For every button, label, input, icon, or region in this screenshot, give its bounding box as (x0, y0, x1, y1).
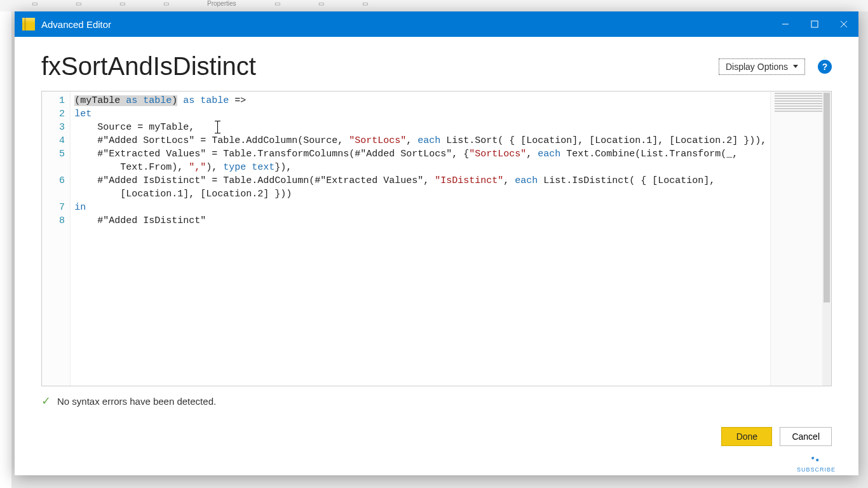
background-ribbon: ▭▭▭▭Properties▭▭▭ (0, 0, 868, 11)
window-controls (771, 11, 858, 37)
status-message: No syntax errors have been detected. (57, 396, 216, 407)
status-row: ✓ No syntax errors have been detected. (41, 394, 832, 408)
window-title: Advanced Editor (41, 19, 111, 30)
close-button[interactable] (829, 11, 858, 37)
text-cursor (217, 121, 218, 133)
display-options-label: Display Options (726, 62, 788, 72)
header-row: fxSortAndIsDistinct Display Options ? (15, 37, 858, 86)
scrollbar[interactable] (822, 92, 831, 386)
titlebar: Advanced Editor (15, 11, 858, 37)
query-name: fxSortAndIsDistinct (41, 52, 256, 81)
maximize-button[interactable] (800, 11, 829, 37)
subscribe-icon (806, 451, 826, 468)
line-number-gutter: 1 2 3 4 5 6 7 8 (42, 92, 71, 386)
chevron-down-icon (793, 65, 798, 68)
button-row: Done Cancel (41, 427, 832, 446)
cancel-button[interactable]: Cancel (780, 427, 832, 446)
subscribe-badge: SUBSCRIBE (797, 454, 836, 473)
background-side-panel (0, 11, 11, 488)
code-editor[interactable]: 1 2 3 4 5 6 7 8 (myTable as table) as ta… (41, 91, 832, 386)
powerbi-icon (22, 18, 35, 30)
help-icon[interactable]: ? (818, 60, 832, 74)
done-button[interactable]: Done (721, 427, 772, 446)
svg-rect-1 (811, 21, 818, 27)
minimize-button[interactable] (771, 11, 800, 37)
advanced-editor-dialog: Advanced Editor fxSortAndIsDistinct Disp… (15, 11, 858, 475)
code-content[interactable]: (myTable as table) as table => let Sourc… (71, 92, 770, 386)
minimap[interactable] (770, 92, 831, 386)
check-icon: ✓ (41, 394, 51, 408)
display-options-dropdown[interactable]: Display Options (719, 58, 805, 75)
scrollbar-thumb[interactable] (824, 93, 830, 302)
